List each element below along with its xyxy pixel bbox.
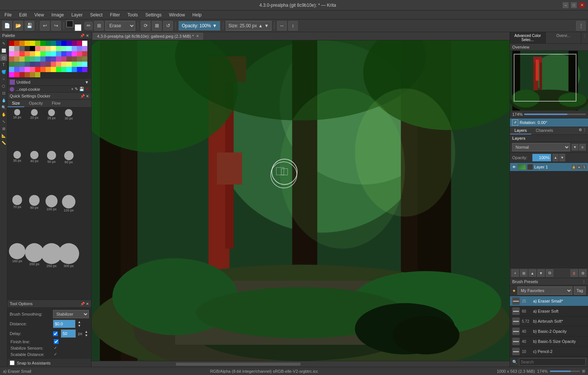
palette-color-swatch[interactable] — [30, 51, 35, 56]
palette-color-swatch[interactable] — [19, 51, 25, 56]
palette-color-swatch[interactable] — [72, 41, 77, 46]
palette-color-swatch[interactable] — [51, 41, 56, 46]
palette-color-swatch[interactable] — [14, 51, 19, 56]
canvas-tab[interactable]: 4.3.0-prealpha (git 8c9b10e): galteed.jp… — [93, 33, 203, 40]
brush-size-item[interactable]: 60 px — [60, 151, 77, 194]
finish-line-checkbox[interactable] — [54, 339, 59, 344]
brush-search-input[interactable] — [519, 358, 586, 366]
brush-mode-dropdown[interactable]: Erase — [105, 21, 135, 31]
palette-color-swatch[interactable] — [30, 56, 35, 62]
reset-button[interactable]: ⟳ — [141, 21, 150, 31]
delay-checkbox[interactable] — [53, 331, 58, 336]
palette-color-swatch[interactable] — [14, 67, 19, 72]
palette-color-swatch[interactable] — [61, 51, 66, 56]
menu-settings[interactable]: Settings — [142, 12, 164, 18]
move-layer-up-button[interactable]: ▲ — [529, 269, 536, 277]
opacity-down-arrow[interactable]: ▼ — [559, 154, 565, 161]
palette-color-swatch[interactable] — [25, 46, 30, 51]
palette-color-swatch[interactable] — [82, 41, 87, 46]
opacity-arrow-down[interactable]: ▼ — [212, 23, 217, 28]
blend-alpha-icon[interactable]: α — [579, 144, 586, 151]
palette-color-swatch[interactable] — [40, 56, 46, 62]
palette-color-swatch[interactable] — [35, 72, 40, 77]
close-button[interactable]: ✕ — [579, 2, 585, 8]
palette-color-swatch[interactable] — [51, 46, 56, 51]
brush-save-icon[interactable]: 💾 — [79, 87, 84, 92]
layer-settings-button[interactable]: ⚙ — [579, 269, 587, 277]
palette-color-swatch[interactable] — [40, 46, 46, 51]
menu-select[interactable]: Select — [87, 12, 105, 18]
palette-color-swatch[interactable] — [51, 56, 56, 62]
palette-color-swatch[interactable] — [25, 56, 30, 62]
tool-options-close-icon[interactable]: ✕ — [86, 302, 89, 306]
layer-visibility-toggle[interactable]: 👁 — [511, 164, 517, 170]
duplicate-layer-button[interactable]: ⧉ — [546, 269, 553, 277]
palette-color-swatch[interactable] — [56, 62, 61, 67]
tool-path[interactable]: ⬡ — [0, 83, 7, 89]
tool-select-rect[interactable]: ⬜ — [0, 47, 7, 54]
tool-eyedrop[interactable]: 💧 — [0, 97, 7, 103]
palette-color-swatch[interactable] — [82, 62, 87, 67]
palette-color-swatch[interactable] — [72, 56, 77, 62]
brush-size-item[interactable]: 16 px — [9, 109, 25, 150]
size-spinner-up[interactable]: ▲ — [258, 23, 263, 28]
layers-settings-icon[interactable]: ⚙ — [579, 128, 582, 134]
opacity-control[interactable]: Opacity: 100% ▼ — [178, 21, 220, 31]
palette-color-swatch[interactable] — [9, 67, 14, 72]
palette-color-swatch[interactable] — [35, 51, 40, 56]
brush-edit-icon[interactable]: ✎ — [75, 87, 78, 92]
palette-color-swatch[interactable] — [9, 72, 14, 77]
tool-shape[interactable]: ○ — [0, 75, 7, 82]
layer-inherit-icon[interactable]: ⤵ — [582, 165, 587, 169]
palette-color-swatch[interactable] — [19, 41, 25, 46]
brush-presets-more[interactable]: ⋮ — [582, 280, 586, 284]
palette-color-swatch[interactable] — [56, 56, 61, 62]
tool-pan[interactable]: ✋ — [0, 111, 7, 118]
palette-color-swatch[interactable] — [72, 46, 77, 51]
preset-item[interactable]: 40b) Basic-2 Opacity — [510, 326, 588, 337]
palette-color-swatch[interactable] — [9, 62, 14, 67]
palette-color-swatch[interactable] — [25, 67, 30, 72]
preset-item[interactable]: 5.72b) Airbrush Soft* — [510, 316, 588, 326]
tool-text[interactable]: T — [0, 61, 7, 68]
menu-tools[interactable]: Tools — [124, 12, 141, 18]
tool-options-pin-icon[interactable]: 📌 — [80, 302, 85, 306]
brush-size-item[interactable]: 25 px — [43, 109, 60, 150]
preset-item[interactable]: 25a) Eraser Small* — [510, 296, 588, 306]
palette-color-swatch[interactable] — [72, 62, 77, 67]
palette-color-swatch[interactable] — [30, 67, 35, 72]
maximize-button[interactable]: □ — [571, 2, 577, 8]
palette-color-swatch[interactable] — [61, 41, 66, 46]
palette-color-swatch[interactable] — [82, 67, 87, 72]
palette-color-swatch[interactable] — [77, 67, 82, 72]
palette-color-swatch[interactable] — [9, 56, 14, 62]
palette-color-swatch[interactable] — [35, 62, 40, 67]
menu-window[interactable]: Window — [166, 12, 188, 18]
palette-color-swatch[interactable] — [40, 67, 46, 72]
palette-color-swatch[interactable] — [14, 56, 19, 62]
palette-color-swatch[interactable] — [66, 62, 72, 67]
tab-flow[interactable]: Flow — [47, 100, 65, 107]
distance-spinner-up[interactable]: ▲▼ — [78, 320, 81, 328]
menu-edit[interactable]: Edit — [16, 12, 30, 18]
palette-color-swatch[interactable] — [30, 46, 35, 51]
menu-help[interactable]: Help — [189, 12, 205, 18]
palette-color-swatch[interactable] — [25, 72, 30, 77]
palette-color-swatch[interactable] — [46, 62, 51, 67]
mirror-v-button[interactable]: ↕ — [288, 21, 298, 31]
palette-color-swatch[interactable] — [51, 67, 56, 72]
palette-color-swatch[interactable] — [46, 41, 51, 46]
zoom-slider[interactable] — [524, 114, 586, 115]
brush-size-item[interactable]: 70 px — [9, 195, 25, 242]
tool-fill[interactable]: 🪣 — [0, 68, 7, 75]
brush-size-item[interactable]: 250 px — [43, 243, 60, 298]
brush-size-item[interactable]: 50 px — [43, 151, 60, 194]
layers-more-icon[interactable]: ⋮ — [583, 128, 587, 134]
foreground-color[interactable] — [66, 21, 73, 27]
undo-button[interactable]: ↩ — [40, 21, 50, 31]
palette-color-swatch[interactable] — [9, 41, 14, 46]
palette-color-swatch[interactable] — [46, 51, 51, 56]
brush-size-item[interactable]: 120 px — [60, 195, 77, 242]
layer-alpha-icon[interactable]: α — [577, 165, 581, 169]
palette-color-swatch[interactable] — [35, 56, 40, 62]
